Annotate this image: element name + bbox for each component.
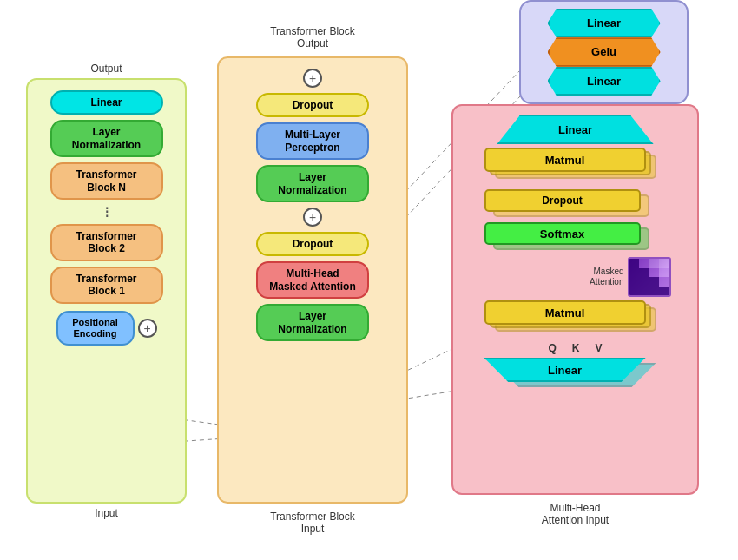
matmul-bottom-stack: Matmul [484,300,667,339]
diagram-container: Output Linear Layer Normalization Transf… [0,0,738,560]
mid-panel: Transformer Block Output + Dropout Multi… [217,56,408,504]
k-label: K [572,342,580,354]
plus-circle-mid-top: + [303,69,322,88]
transformer-input-label: Transformer Block Input [270,511,355,535]
softmax-stack: Softmax [484,222,667,254]
input-label-left: Input [95,507,118,519]
masked-attention-label: Masked Attention [568,267,624,287]
svg-line-26 [401,391,456,399]
attention-mask-grid [628,257,671,297]
output-label: Output [90,63,122,75]
masked-attention-row: Masked Attention [480,257,671,297]
layer-norm-mid-1: Layer Normalization [256,304,369,341]
dropout-bottom: Dropout [256,232,369,256]
layer-norm-left: Layer Normalization [50,120,163,157]
mlp-linear-top: Linear [548,9,661,37]
mlp-block: Multi-Layer Perceptron [256,122,369,160]
svg-line-25 [401,347,456,373]
plus-circle-left: + [138,319,157,338]
transformer-output-label: Transformer Block Output [270,25,355,49]
dropout-right-stack: Dropout [484,189,667,219]
dots-separator: ⋮ [101,205,113,219]
transformer-block-n: Transformer Block N [50,162,163,200]
left-panel: Output Linear Layer Normalization Transf… [26,78,187,504]
q-label: Q [548,342,556,354]
mh-masked-attention-block: Multi-Head Masked Attention [256,261,369,299]
linear-block-left: Linear [50,90,163,115]
transformer-block-2: Transformer Block 2 [50,224,163,261]
mh-attention-input-label: Multi-Head Attention Input [542,502,609,526]
mlp-linear-bottom: Linear [548,67,661,96]
dropout-top: Dropout [256,93,369,117]
linear-bottom-stack: Linear [484,358,667,392]
top-right-panel: Linear Gelu Linear [519,0,689,104]
v-label: V [596,342,603,354]
right-panel: Multi-Head Attention Output Linear Matmu… [451,104,699,495]
qkv-labels-row: Q K V [548,342,602,354]
linear-trap-top: Linear [497,115,654,144]
plus-circle-mid-bottom: + [303,208,322,227]
layer-norm-mid-2: Layer Normalization [256,165,369,202]
mlp-gelu: Gelu [548,37,661,66]
matmul-top-stack: Matmul [484,148,667,186]
transformer-block-1: Transformer Block 1 [50,267,163,304]
positional-encoding-block: Positional Encoding [56,311,135,346]
bottom-row-left: Positional Encoding + [56,311,157,346]
